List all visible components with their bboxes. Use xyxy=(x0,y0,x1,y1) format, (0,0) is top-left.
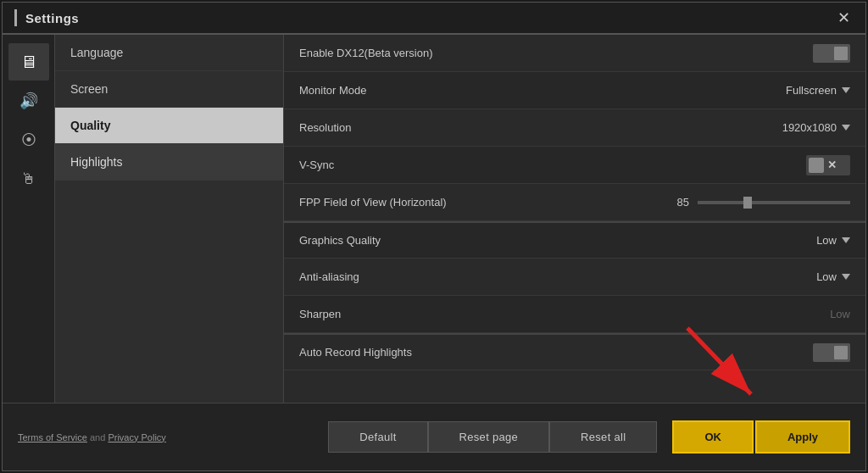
settings-dialog: Settings ✕ 🖥 🔊 ⦿ 🖱 Language Screen Quali… xyxy=(2,2,866,471)
antialiasing-arrow xyxy=(842,274,850,280)
footer-and: and xyxy=(90,432,108,442)
title-accent xyxy=(14,9,17,26)
setting-graphics-quality-label: Graphics Quality xyxy=(299,234,381,247)
title-bar-left: Settings xyxy=(14,9,79,26)
title-bar: Settings ✕ xyxy=(3,3,865,35)
vsync-toggle[interactable]: ✕ xyxy=(806,155,850,175)
icon-monitor[interactable]: 🖥 xyxy=(8,43,49,81)
setting-dx12-label: Enable DX12(Beta version) xyxy=(299,47,433,59)
setting-dx12-control xyxy=(813,44,850,63)
antialiasing-dropdown[interactable]: Low xyxy=(816,270,850,283)
fov-thumb[interactable] xyxy=(743,197,752,209)
sharpen-control: Low xyxy=(830,308,850,320)
icon-record[interactable]: ⦿ xyxy=(8,121,49,159)
nav-highlights[interactable]: Highlights xyxy=(55,144,283,181)
antialiasing-value: Low xyxy=(816,270,837,283)
nav-panel: Language Screen Quality Highlights xyxy=(55,35,284,403)
nav-quality[interactable]: Quality xyxy=(55,108,283,144)
setting-vsync-label: V-Sync xyxy=(299,159,334,171)
graphics-quality-arrow xyxy=(842,237,850,243)
reset-page-button[interactable]: Reset page xyxy=(428,421,550,453)
setting-antialiasing-label: Anti-aliasing xyxy=(299,270,359,283)
monitor-icon: 🖥 xyxy=(20,53,37,72)
setting-monitor-mode-label: Monitor Mode xyxy=(299,84,366,97)
footer-btn-group-left: Default Reset page Reset all xyxy=(328,421,657,453)
apply-button[interactable]: Apply xyxy=(755,420,850,454)
setting-vsync: V-Sync ✕ xyxy=(284,147,865,184)
privacy-link[interactable]: Privacy Policy xyxy=(108,432,165,442)
resolution-arrow xyxy=(842,125,850,131)
vsync-control: ✕ xyxy=(806,155,850,175)
setting-sharpen-label: Sharpen xyxy=(299,308,341,320)
monitor-mode-value: Fullscreen xyxy=(786,84,837,97)
monitor-mode-arrow xyxy=(842,87,850,93)
fov-value: 85 xyxy=(668,196,689,209)
auto-record-toggle[interactable] xyxy=(813,343,850,362)
fov-track[interactable] xyxy=(698,201,850,204)
nav-screen[interactable]: Screen xyxy=(55,71,283,108)
tos-link[interactable]: Terms of Service xyxy=(18,432,87,442)
record-icon: ⦿ xyxy=(21,131,36,149)
footer-buttons: Default Reset page Reset all OK Apply xyxy=(328,420,850,454)
vsync-knob xyxy=(809,158,824,173)
mouse-icon: 🖱 xyxy=(21,170,36,188)
setting-fov: FPP Field of View (Horizontal) 85 xyxy=(284,184,865,221)
setting-monitor-mode: Monitor Mode Fullscreen xyxy=(284,72,865,109)
icon-bar: 🖥 🔊 ⦿ 🖱 xyxy=(3,35,55,403)
dialog-title: Settings xyxy=(25,11,79,25)
nav-language[interactable]: Language xyxy=(55,35,283,71)
icon-mouse[interactable]: 🖱 xyxy=(8,160,49,198)
setting-auto-record-label: Auto Record Highlights xyxy=(299,346,412,359)
auto-record-control xyxy=(813,343,850,362)
sharpen-value: Low xyxy=(830,308,850,320)
setting-graphics-quality: Graphics Quality Low xyxy=(284,221,865,259)
audio-icon: 🔊 xyxy=(19,92,38,110)
ok-button[interactable]: OK xyxy=(672,420,754,454)
reset-all-button[interactable]: Reset all xyxy=(549,421,657,453)
graphics-quality-dropdown[interactable]: Low xyxy=(816,234,850,247)
setting-dx12: Enable DX12(Beta version) xyxy=(284,35,865,72)
close-button[interactable]: ✕ xyxy=(834,8,854,27)
footer: Terms of Service and Privacy Policy Defa… xyxy=(3,403,865,470)
content-panel: Enable DX12(Beta version) Monitor Mode F… xyxy=(284,35,865,403)
setting-sharpen: Sharpen Low xyxy=(284,296,865,333)
dx12-toggle[interactable] xyxy=(813,44,850,63)
fov-slider-container: 85 xyxy=(668,196,850,209)
resolution-dropdown[interactable]: 1920x1080 xyxy=(782,121,850,134)
setting-auto-record: Auto Record Highlights xyxy=(284,333,865,370)
setting-fov-label: FPP Field of View (Horizontal) xyxy=(299,196,447,209)
setting-antialiasing: Anti-aliasing Low xyxy=(284,259,865,296)
main-area: 🖥 🔊 ⦿ 🖱 Language Screen Quality Highligh… xyxy=(3,35,865,403)
setting-resolution: Resolution 1920x1080 xyxy=(284,109,865,147)
default-button[interactable]: Default xyxy=(328,421,427,453)
setting-resolution-label: Resolution xyxy=(299,121,351,134)
resolution-value: 1920x1080 xyxy=(782,121,837,134)
graphics-quality-value: Low xyxy=(816,234,837,247)
vsync-x: ✕ xyxy=(827,159,837,171)
footer-links: Terms of Service and Privacy Policy xyxy=(18,432,166,442)
monitor-mode-dropdown[interactable]: Fullscreen xyxy=(786,84,850,97)
icon-audio[interactable]: 🔊 xyxy=(8,82,49,120)
